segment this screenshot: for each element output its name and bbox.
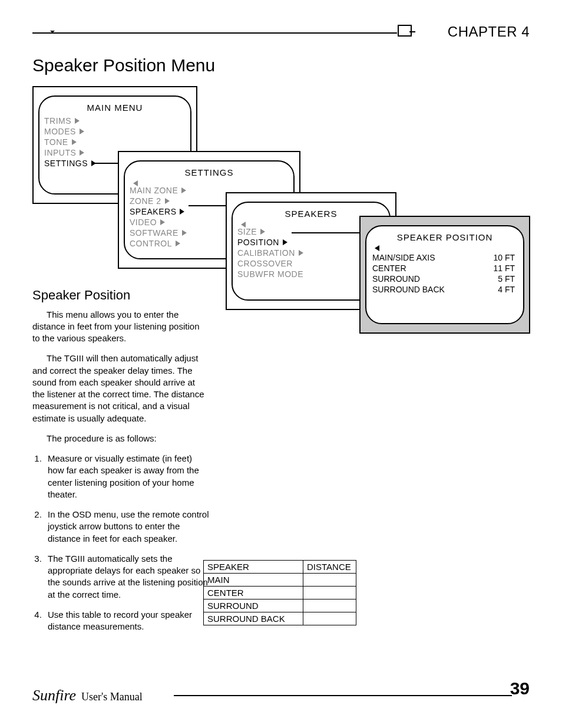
- list-item: The TGIII automatically sets the appropr…: [44, 553, 209, 601]
- position-row-surround: SURROUND5 FT: [372, 274, 515, 284]
- chevron-right-icon: [75, 118, 80, 124]
- menu-item-modes: MODES: [44, 127, 186, 136]
- chevron-right-icon: [72, 139, 77, 145]
- osd-speaker-position-menu: SPEAKER POSITION MAIN/SIDE AXIS10 FT CEN…: [359, 216, 530, 334]
- manual-label: User's Manual: [79, 691, 143, 703]
- position-row-surround-back: SURROUND BACK4 FT: [372, 285, 515, 294]
- chevron-right-icon: [80, 150, 84, 156]
- chevron-right-icon: [181, 187, 186, 193]
- position-row-center: CENTER11 FT: [372, 263, 515, 273]
- menu-item-trims: TRIMS: [44, 116, 186, 126]
- brand-logo: Sunfire: [32, 687, 76, 704]
- back-arrow-icon: [375, 245, 379, 251]
- back-arrow-icon: [133, 180, 138, 186]
- menu-title-position: SPEAKER POSITION: [371, 232, 518, 242]
- body-column: Speaker Position This menu allows you to…: [32, 286, 209, 641]
- page-title: Speaker Position Menu: [32, 55, 530, 75]
- chevron-right-icon: [182, 230, 187, 236]
- table-row: SURROUND: [204, 599, 356, 612]
- table-row: SPEAKER DISTANCE: [204, 561, 356, 574]
- procedure-list: Measure or visually estimate (in feet) h…: [32, 453, 209, 633]
- page-header: CHAPTER 4: [32, 29, 530, 45]
- page-number: 39: [510, 678, 530, 699]
- chevron-right-icon: [176, 241, 180, 246]
- menu-item-tone: TONE: [44, 137, 186, 147]
- chevron-right-icon: [299, 250, 303, 256]
- list-item: Measure or visually estimate (in feet) h…: [44, 453, 209, 500]
- back-arrow-icon: [241, 222, 246, 228]
- table-row: SURROUND BACK: [204, 612, 356, 625]
- chevron-right-icon: [260, 229, 265, 235]
- paragraph: The TGIII will then automatically adjust…: [32, 353, 209, 424]
- chapter-label: CHAPTER 4: [448, 24, 530, 40]
- chevron-right-icon: [160, 219, 165, 225]
- table-header-speaker: SPEAKER: [204, 561, 303, 574]
- list-item: Use this table to record your speaker di…: [44, 609, 209, 633]
- paragraph: The procedure is as follows:: [32, 433, 209, 444]
- distance-table: SPEAKER DISTANCE MAIN CENTER SURROUND SU…: [203, 560, 356, 625]
- table-row: MAIN: [204, 574, 356, 587]
- table-header-distance: DISTANCE: [303, 561, 356, 574]
- menu-diagram: MAIN MENU TRIMS MODES TONE INPUTS SETTIN…: [32, 86, 530, 331]
- chevron-right-icon: [80, 129, 84, 134]
- chevron-right-icon: [283, 239, 287, 245]
- table-row: CENTER: [204, 587, 356, 599]
- menu-title-settings: SETTINGS: [130, 167, 289, 177]
- chevron-right-icon: [165, 198, 170, 204]
- menu-title-main: MAIN MENU: [44, 103, 186, 113]
- list-item: In the OSD menu, use the remote control …: [44, 509, 209, 545]
- chevron-right-icon: [180, 209, 184, 215]
- position-row-main: MAIN/SIDE AXIS10 FT: [372, 253, 515, 262]
- page-footer: Sunfire User's Manual 39: [32, 687, 530, 704]
